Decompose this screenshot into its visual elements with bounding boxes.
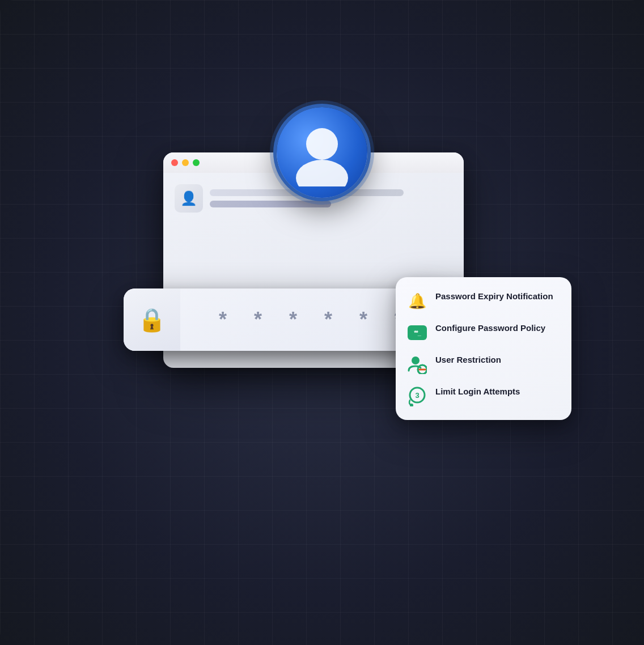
password-dot-4: * [324, 308, 332, 332]
lock-icon: 🔒 [138, 307, 166, 333]
bell-icon: 🔔 [408, 292, 426, 310]
user-icon: 👤 [180, 190, 197, 206]
lock-box: 🔒 [124, 288, 180, 351]
avatar-silhouette-icon [288, 118, 356, 186]
password-field: 🔒 * * * * * * [124, 288, 441, 351]
scene: 👤 🔒 * * [107, 107, 537, 538]
user-restrict-icon-wrap [407, 354, 427, 375]
feature-label-user-restriction: User Restriction [435, 354, 501, 366]
svg-point-0 [306, 128, 338, 160]
user-icon-box: 👤 [175, 184, 203, 213]
feature-label-password-expiry: Password Expiry Notification [435, 291, 553, 302]
minimize-dot [182, 159, 189, 166]
user-restrict-icon [408, 355, 427, 374]
svg-point-1 [296, 160, 348, 186]
svg-point-2 [412, 357, 420, 364]
feature-item-configure-policy: **_ Configure Password Policy [407, 322, 560, 343]
bar-2 [210, 201, 331, 207]
background: 👤 🔒 * * [0, 0, 644, 645]
feature-label-limit-login: Limit Login Attempts [435, 386, 520, 397]
avatar-circle [277, 107, 367, 198]
feature-item-limit-login: 3 Limit Login Attempts [407, 386, 560, 406]
password-dot-5: * [359, 308, 367, 332]
password-dot-3: * [289, 308, 297, 332]
maximize-dot [193, 159, 200, 166]
policy-icon-wrap: **_ [407, 322, 427, 343]
password-dot-1: * [219, 308, 227, 332]
limit-login-icon-wrap: 3 [407, 386, 427, 406]
policy-icon: **_ [408, 325, 427, 340]
password-dot-2: * [254, 308, 262, 332]
feature-panel: 🔔 Password Expiry Notification **_ Confi… [396, 277, 571, 420]
svg-text:3: 3 [415, 391, 419, 400]
close-dot [171, 159, 178, 166]
limit-login-icon: 3 [407, 386, 427, 406]
feature-label-configure-policy: Configure Password Policy [435, 322, 545, 334]
feature-item-password-expiry: 🔔 Password Expiry Notification [407, 291, 560, 311]
feature-item-user-restriction: User Restriction [407, 354, 560, 375]
bell-icon-wrap: 🔔 [407, 291, 427, 311]
